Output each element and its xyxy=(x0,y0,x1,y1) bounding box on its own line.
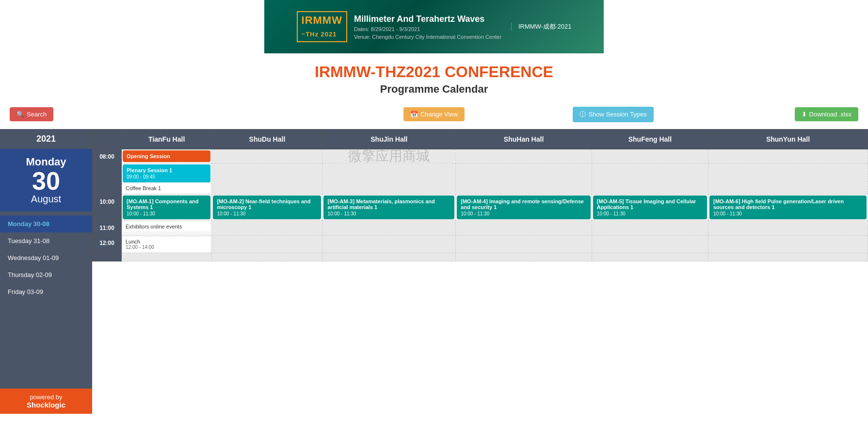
opening-session-title: Opening Session xyxy=(127,153,207,159)
col-header-shudu: ShuDu Hall xyxy=(212,130,322,149)
sidebar-day-thursday[interactable]: Thursday 02-09 xyxy=(0,266,92,283)
col-header-shujin: ShuJin Hall xyxy=(322,130,456,149)
mo-am-4-title: [MO-AM-4] Imaging and remote sensing/Def… xyxy=(461,198,587,210)
cell-0800-shudu xyxy=(212,149,322,163)
sidebar-day-wednesday[interactable]: Wednesday 01-09 xyxy=(0,249,92,266)
cell-0800-shunyun xyxy=(708,149,868,163)
change-view-button[interactable]: 📅 Change View xyxy=(403,107,465,121)
mo-am-2-block[interactable]: [MO-AM-2] Near-field techniques and micr… xyxy=(213,196,321,219)
lunch-title: Lunch xyxy=(126,239,208,244)
watermark: 微擎应用商城 xyxy=(348,147,430,165)
download-icon: ⬇ xyxy=(802,111,807,118)
time-extra xyxy=(93,253,122,261)
table-row: 12:00 Lunch 12:00 - 14:00 xyxy=(93,236,868,253)
programme-subtitle: Programme Calendar xyxy=(0,83,868,96)
cell-0800-shuhan xyxy=(456,149,592,163)
mo-am-3-block[interactable]: [MO-AM-3] Metamaterials, plasmonics and … xyxy=(323,196,454,219)
opening-session-block[interactable]: Opening Session xyxy=(123,150,210,162)
col-header-time xyxy=(93,130,122,149)
conference-banner: IRMMW~THz 2021 Millimeter And Terahertz … xyxy=(264,0,604,53)
sidebar-day-monday[interactable]: Monday 30-08 xyxy=(0,215,92,232)
cell-1000-shudu: [MO-AM-2] Near-field techniques and micr… xyxy=(212,195,322,221)
mo-am-5-title: [MO-AM-5] Tissue Imaging and Cellular Ap… xyxy=(597,198,703,210)
cell-0800-shufeng xyxy=(592,149,708,163)
download-button[interactable]: ⬇ Download .xlsx xyxy=(795,107,858,121)
cell-extra-2 xyxy=(212,253,322,261)
show-session-label: Show Session Types xyxy=(588,111,646,118)
search-button[interactable]: 🔍 Search xyxy=(10,107,53,121)
coffee-break1-block[interactable]: Coffee Break 1 xyxy=(123,183,210,193)
cell-0900-shujin xyxy=(322,163,456,195)
cell-1100-tianfu: Exhibitors online events xyxy=(122,221,212,236)
cell-1200-shujin xyxy=(322,236,456,253)
time-1200: 12:00 xyxy=(93,236,122,253)
header-banner: IRMMW~THz 2021 Millimeter And Terahertz … xyxy=(0,0,868,58)
cell-1100-shufeng xyxy=(592,221,708,236)
sidebar-date-block: Monday 30 August xyxy=(0,149,92,212)
cell-1200-shuhan xyxy=(456,236,592,253)
sidebar-day-tuesday[interactable]: Tuesday 31-08 xyxy=(0,232,92,249)
mo-am-1-time: 10:00 - 11:30 xyxy=(127,211,207,216)
conference-dates: Dates: 8/29/2021 - 9/3/2021 xyxy=(354,26,420,32)
cell-1000-shuhan: [MO-AM-4] Imaging and remote sensing/Def… xyxy=(456,195,592,221)
shocklogic-label: Shocklogic xyxy=(5,401,87,409)
sidebar: 2021 Monday 30 August Monday 30-08 Tuesd… xyxy=(0,129,92,414)
search-icon: 🔍 xyxy=(16,111,24,118)
sidebar-month: August xyxy=(5,194,87,205)
conference-venue: Venue: Chengdu Century City Internationa… xyxy=(354,34,501,40)
change-view-label: Change View xyxy=(420,111,458,118)
calendar-icon: 📅 xyxy=(410,111,418,118)
calendar-area[interactable]: TianFu Hall ShuDu Hall ShuJin Hall ShuHa… xyxy=(92,129,868,414)
cell-1000-shunyun: [MO-AM-6] High field Pulse generation/La… xyxy=(708,195,868,221)
sidebar-day-friday[interactable]: Friday 03-09 xyxy=(0,283,92,300)
cell-1100-shujin xyxy=(322,221,456,236)
plenary1-block[interactable]: Plenary Session 1 09:00 - 09:45 xyxy=(123,164,210,182)
mo-am-6-block[interactable]: [MO-AM-6] High field Pulse generation/La… xyxy=(709,196,867,219)
calendar-table: TianFu Hall ShuDu Hall ShuJin Hall ShuHa… xyxy=(92,129,868,261)
download-label: Download .xlsx xyxy=(809,111,852,118)
cell-1100-shuhan xyxy=(456,221,592,236)
show-session-button[interactable]: ⓘ Show Session Types xyxy=(573,107,653,122)
time-1100: 11:00 xyxy=(93,221,122,236)
table-row: 08:00 Opening Session 微擎应用商城 xyxy=(93,149,868,163)
cell-extra-4 xyxy=(456,253,592,261)
exhibitors-title: Exhibitors online events xyxy=(126,224,182,229)
lunch-block[interactable]: Lunch 12:00 - 14:00 xyxy=(123,237,210,252)
cell-0900-shudu xyxy=(212,163,322,195)
cell-extra-5 xyxy=(592,253,708,261)
sidebar-footer: powered by Shocklogic xyxy=(0,389,92,414)
exhibitors-block[interactable]: Exhibitors online events xyxy=(123,222,210,231)
toolbar: 🔍 Search 📅 Change View ⓘ Show Session Ty… xyxy=(0,103,868,125)
mo-am-5-time: 10:00 - 11:30 xyxy=(597,211,703,216)
mo-am-5-block[interactable]: [MO-AM-5] Tissue Imaging and Cellular Ap… xyxy=(593,196,707,219)
cell-0800-shujin: 微擎应用商城 xyxy=(322,149,456,163)
cell-1100-shunyun xyxy=(708,221,868,236)
cell-1200-shufeng xyxy=(592,236,708,253)
cell-1200-shudu xyxy=(212,236,322,253)
sidebar-year: 2021 xyxy=(0,129,92,149)
coffee-break1-title: Coffee Break 1 xyxy=(126,185,161,191)
conference-name: Millimeter And Terahertz Waves xyxy=(354,14,484,24)
conference-title: IRMMW-THZ2021 CONFERENCE xyxy=(0,63,868,81)
mo-am-3-time: 10:00 - 11:30 xyxy=(327,211,450,216)
mo-am-1-block[interactable]: [MO-AM-1] Components and Systems 1 10:00… xyxy=(123,196,210,219)
cell-extra-1 xyxy=(122,253,212,261)
cell-0900-shunyun xyxy=(708,163,868,195)
sidebar-day-num: 30 xyxy=(5,168,87,194)
table-row: Plenary Session 1 09:00 - 09:45 Coffee B… xyxy=(93,163,868,195)
cell-0900-shufeng xyxy=(592,163,708,195)
mo-am-1-title: [MO-AM-1] Components and Systems 1 xyxy=(127,198,207,210)
cell-extra-3 xyxy=(322,253,456,261)
col-header-shunyun: ShunYun Hall xyxy=(708,130,868,149)
col-header-tianfu: TianFu Hall xyxy=(122,130,212,149)
plenary1-title: Plenary Session 1 xyxy=(127,167,207,173)
cell-1200-shunyun xyxy=(708,236,868,253)
table-row xyxy=(93,253,868,261)
table-row: 11:00 Exhibitors online events xyxy=(93,221,868,236)
info-icon: ⓘ xyxy=(579,110,586,119)
mo-am-4-time: 10:00 - 11:30 xyxy=(461,211,587,216)
time-1000: 10:00 xyxy=(93,195,122,221)
conference-logo: IRMMW~THz 2021 xyxy=(297,11,347,42)
mo-am-4-block[interactable]: [MO-AM-4] Imaging and remote sensing/Def… xyxy=(457,196,591,219)
mo-am-3-title: [MO-AM-3] Metamaterials, plasmonics and … xyxy=(327,198,450,210)
